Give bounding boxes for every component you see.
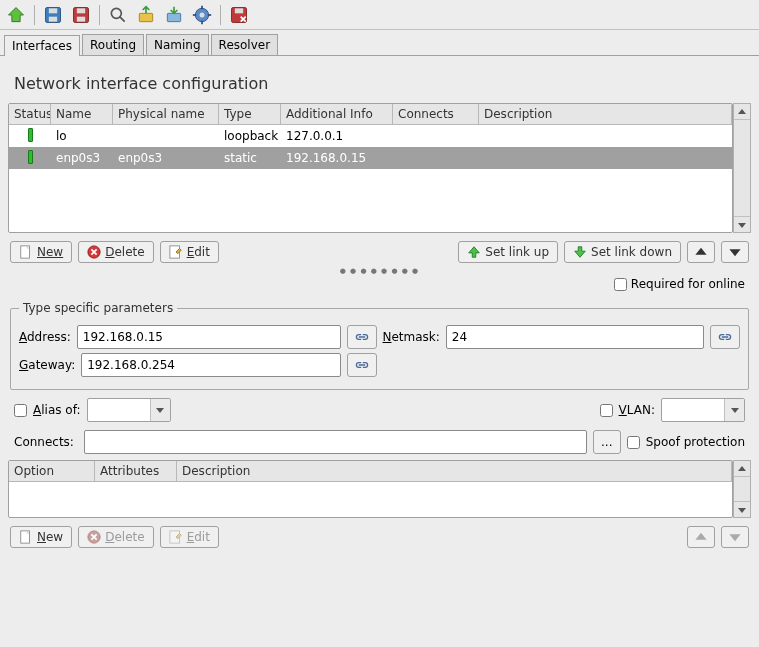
set-link-down-button[interactable]: Set link down bbox=[564, 241, 681, 263]
svg-line-7 bbox=[120, 16, 125, 21]
svg-rect-5 bbox=[77, 16, 85, 21]
move-up-button[interactable] bbox=[687, 526, 715, 548]
save-icon[interactable] bbox=[41, 3, 65, 27]
separator bbox=[34, 5, 35, 25]
delete-option-button[interactable]: Delete bbox=[78, 526, 153, 548]
chevron-down-icon[interactable] bbox=[724, 399, 744, 421]
quit-icon[interactable] bbox=[227, 3, 251, 27]
delete-button[interactable]: Delete bbox=[78, 241, 153, 263]
spoof-label: Spoof protection bbox=[646, 435, 745, 449]
scroll-down-icon[interactable] bbox=[734, 501, 750, 517]
chevron-down-icon[interactable] bbox=[150, 399, 170, 421]
tab-naming[interactable]: Naming bbox=[146, 34, 209, 55]
cell: enp0s3 bbox=[113, 151, 219, 165]
gateway-label: Gateway: bbox=[19, 358, 75, 372]
cell: static bbox=[219, 151, 281, 165]
address-link-button[interactable] bbox=[347, 325, 377, 349]
edit-button[interactable]: Edit bbox=[160, 241, 219, 263]
vlan-label: VLAN: bbox=[619, 403, 655, 417]
edit-icon bbox=[169, 245, 183, 259]
col-description[interactable]: Description bbox=[479, 104, 732, 124]
move-down-button[interactable] bbox=[721, 241, 749, 263]
vertical-scrollbar[interactable] bbox=[733, 460, 751, 518]
settings-icon[interactable] bbox=[190, 3, 214, 27]
cell: enp0s3 bbox=[51, 151, 113, 165]
required-online-label: Required for online bbox=[631, 277, 745, 291]
vlan-checkbox[interactable] bbox=[600, 404, 613, 417]
col-connects[interactable]: Connects bbox=[393, 104, 479, 124]
aliasof-combo[interactable] bbox=[87, 398, 171, 422]
search-icon[interactable] bbox=[106, 3, 130, 27]
save-as-icon[interactable] bbox=[69, 3, 93, 27]
new-option-button[interactable]: New bbox=[10, 526, 72, 548]
scroll-up-icon[interactable] bbox=[734, 461, 750, 477]
edit-option-button[interactable]: Edit bbox=[160, 526, 219, 548]
scroll-down-icon[interactable] bbox=[734, 216, 750, 232]
arrow-up-icon bbox=[467, 245, 481, 259]
aliasof-input[interactable] bbox=[88, 399, 150, 421]
col-type[interactable]: Type bbox=[219, 104, 281, 124]
connects-browse-button[interactable]: ... bbox=[593, 430, 621, 454]
table-row[interactable]: lo loopback 127.0.0.1 bbox=[9, 125, 732, 147]
col-description[interactable]: Description bbox=[177, 461, 732, 481]
move-down-button[interactable] bbox=[721, 526, 749, 548]
options-table-wrap: Option Attributes Description bbox=[8, 460, 751, 518]
connects-row: Connects: ... Spoof protection bbox=[8, 426, 751, 458]
spoof-checkbox[interactable] bbox=[627, 436, 640, 449]
required-online-checkbox[interactable] bbox=[614, 278, 627, 291]
scroll-up-icon[interactable] bbox=[734, 104, 750, 120]
cell: 192.168.0.15 bbox=[281, 151, 393, 165]
gateway-link-button[interactable] bbox=[347, 353, 377, 377]
type-params-legend: Type specific parameters bbox=[19, 301, 177, 315]
edit-icon bbox=[169, 530, 183, 544]
cell: loopback bbox=[219, 129, 281, 143]
table-header: Status Name Physical name Type Additiona… bbox=[9, 104, 732, 125]
back-icon[interactable] bbox=[4, 3, 28, 27]
svg-rect-4 bbox=[77, 8, 85, 13]
svg-rect-1 bbox=[49, 8, 57, 13]
tab-resolver[interactable]: Resolver bbox=[211, 34, 279, 55]
connects-label: Connects: bbox=[14, 435, 78, 449]
tab-interfaces[interactable]: Interfaces bbox=[4, 35, 80, 56]
svg-rect-2 bbox=[49, 16, 57, 21]
aliasof-label: Alias of: bbox=[33, 403, 81, 417]
options-table[interactable]: Option Attributes Description bbox=[8, 460, 733, 518]
aliasof-checkbox[interactable] bbox=[14, 404, 27, 417]
status-up-icon bbox=[28, 150, 33, 164]
col-option[interactable]: Option bbox=[9, 461, 95, 481]
import-icon[interactable] bbox=[134, 3, 158, 27]
col-name[interactable]: Name bbox=[51, 104, 113, 124]
scroll-track[interactable] bbox=[734, 120, 750, 216]
svg-rect-17 bbox=[235, 8, 243, 13]
address-input[interactable] bbox=[77, 325, 341, 349]
scroll-track[interactable] bbox=[734, 477, 750, 501]
col-physical-name[interactable]: Physical name bbox=[113, 104, 219, 124]
netmask-input[interactable] bbox=[446, 325, 704, 349]
page-title: Network interface configuration bbox=[8, 64, 751, 101]
table-row[interactable]: enp0s3 enp0s3 static 192.168.0.15 bbox=[9, 147, 732, 169]
arrow-down-icon bbox=[573, 245, 587, 259]
label: Set link down bbox=[591, 245, 672, 259]
interface-table[interactable]: Status Name Physical name Type Additiona… bbox=[8, 103, 733, 233]
col-additional-info[interactable]: Additional Info bbox=[281, 104, 393, 124]
vertical-scrollbar[interactable] bbox=[733, 103, 751, 233]
file-icon bbox=[19, 245, 33, 259]
col-attributes[interactable]: Attributes bbox=[95, 461, 177, 481]
address-label: Address: bbox=[19, 330, 71, 344]
vlan-input[interactable] bbox=[662, 399, 724, 421]
separator bbox=[99, 5, 100, 25]
delete-icon bbox=[87, 245, 101, 259]
tab-routing[interactable]: Routing bbox=[82, 34, 144, 55]
col-status[interactable]: Status bbox=[9, 104, 51, 124]
connects-input[interactable] bbox=[84, 430, 587, 454]
new-button[interactable]: New bbox=[10, 241, 72, 263]
vlan-combo[interactable] bbox=[661, 398, 745, 422]
export-icon[interactable] bbox=[162, 3, 186, 27]
gateway-input[interactable] bbox=[81, 353, 340, 377]
set-link-up-button[interactable]: Set link up bbox=[458, 241, 558, 263]
cell: 127.0.0.1 bbox=[281, 129, 393, 143]
netmask-link-button[interactable] bbox=[710, 325, 740, 349]
table-body: lo loopback 127.0.0.1 enp0s3 enp0s3 stat… bbox=[9, 125, 732, 169]
alias-vlan-row: Alias of: VLAN: bbox=[8, 394, 751, 426]
move-up-button[interactable] bbox=[687, 241, 715, 263]
